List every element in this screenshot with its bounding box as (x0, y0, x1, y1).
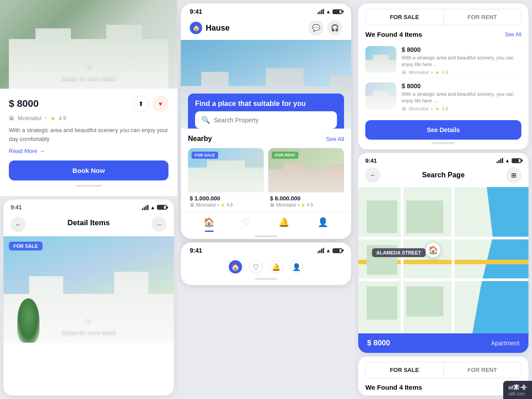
rt-house-2 (365, 89, 396, 109)
tab-row-2: FOR SALE FOR RENT (365, 362, 521, 378)
detail-title: Detail Items (60, 217, 117, 232)
filter-button[interactable]: ⊞ (506, 168, 521, 183)
nav-heart[interactable]: ♡ (243, 217, 250, 227)
found-count: We Found 4 Items (365, 31, 422, 38)
for-rent-tab-2[interactable]: FOR RENT (444, 362, 521, 378)
road-v-2 (452, 187, 454, 353)
read-more-link[interactable]: Read More → (9, 148, 168, 154)
tree-decoration (17, 298, 39, 343)
dot-r1: • (431, 70, 433, 75)
battery-map (512, 158, 521, 163)
map-block-5 (406, 286, 443, 316)
app-header: 🏠 Hause 💬 🎧 (181, 18, 351, 40)
for-sale-tab-2[interactable]: FOR SALE (366, 362, 444, 378)
result2-rating: 4.9 (442, 106, 448, 111)
card1-style: Minimalist (196, 203, 215, 207)
bottom-nav: 🏠 ♡ 🔔 👤 (181, 212, 351, 233)
dot-2: • (297, 203, 299, 207)
favorite-button[interactable]: ♥ (153, 96, 168, 112)
second-nav-heart[interactable]: ♡ (249, 260, 262, 274)
second-nav-bell[interactable]: 🔔 (270, 260, 283, 274)
result2-meta: 🏛 Minimalist • ★ 4.9 (402, 106, 521, 111)
for-sale-tab[interactable]: FOR SALE (366, 9, 444, 25)
nearby-grid: FOR SALE $ 1.000.000 🏛 Minimalist • ★ 4.… (188, 148, 344, 207)
second-phone-nav-icons: 🏠 ♡ 🔔 👤 (181, 257, 351, 275)
map-status-bar: 9:41 ▲ (358, 153, 528, 166)
card2-price: $ 8.000.000 (270, 195, 342, 202)
book-now-button[interactable]: Book Now (9, 160, 168, 180)
search-icon: 🔍 (201, 116, 210, 124)
star-icon-r1: ★ (435, 70, 439, 75)
map-pin[interactable]: 🏠 (425, 242, 441, 258)
nearby-header: Nearby See All (188, 135, 344, 143)
second-scroll-bar (255, 278, 277, 280)
second-phone: 9:41 ▲ 🏠 ♡ 🔔 👤 (181, 243, 351, 285)
result-info-2: $ 8000 With a strategic area and beautif… (402, 82, 521, 111)
share-button[interactable]: ⬆ (133, 96, 149, 112)
map-price-overlay[interactable]: $ 8000 Apartment (358, 333, 528, 353)
card2-meta: 🏛 Minimalist • ★ 4.9 (270, 203, 342, 207)
app-name: Hause (206, 23, 230, 33)
nearby-title: Nearby (188, 135, 212, 143)
nav-home[interactable]: 🏠 (203, 217, 215, 227)
results-scroll-bar (432, 142, 454, 144)
right-column: FOR SALE FOR RENT We Found 4 Items See A… (355, 0, 532, 399)
result-item-2[interactable]: $ 8000 With a strategic area and beautif… (358, 79, 528, 115)
for-rent-tab[interactable]: FOR RENT (444, 9, 521, 25)
status-time: 9:41 (11, 204, 22, 211)
nearby-info-1: $ 1.000.000 🏛 Minimalist • ★ 4.9 (188, 192, 264, 207)
result1-meta: 🏛 Minimalist • ★ 4.9 (402, 70, 521, 75)
header-icons: 💬 🎧 (309, 20, 342, 35)
app-logo: 🏠 Hause (190, 22, 230, 34)
wifi-icon-main: ▲ (326, 9, 331, 14)
map-block-4 (367, 286, 397, 320)
nearby-card-1[interactable]: FOR SALE $ 1.000.000 🏛 Minimalist • ★ 4.… (188, 148, 264, 207)
chat-button[interactable]: 💬 (309, 20, 324, 35)
tab-row: FOR SALE FOR RENT (365, 9, 521, 25)
water-area (469, 187, 528, 353)
rt-house-1 (365, 53, 396, 73)
result2-style: Minimalist (409, 106, 428, 111)
road-h-1 (358, 237, 528, 239)
result1-desc: With a strategic area and beautiful scen… (402, 55, 521, 68)
detail-hero-image: FOR SALE ☞ Swipe for more detail (4, 236, 174, 343)
dot-separator: • (45, 115, 47, 121)
second-nav-home[interactable]: 🏠 (229, 260, 242, 274)
see-details-button[interactable]: See Details (365, 120, 521, 140)
star-icon: ★ (51, 115, 55, 121)
nav-user[interactable]: 👤 (317, 217, 329, 227)
nearby-image-2: FOR RENT (268, 148, 344, 192)
found-count-2: We Found 4 Items (365, 383, 422, 391)
price-row: $ 8000 ⬆ ♥ (9, 96, 168, 112)
headphone-button[interactable]: 🎧 (327, 20, 342, 35)
wifi-icon-2: ▲ (326, 248, 331, 253)
back-button[interactable]: ← (11, 217, 26, 232)
search-input-container[interactable]: 🔍 (195, 111, 337, 129)
map-back-button[interactable]: ← (365, 168, 380, 183)
logo-icon: 🏠 (190, 22, 202, 34)
search-title: Find a place that suitable for you (195, 100, 337, 108)
dot-r2: • (431, 106, 433, 111)
for-sale-badge: FOR SALE (9, 242, 43, 250)
result-item-1[interactable]: $ 8000 With a strategic area and beautif… (358, 43, 528, 78)
nearby-card-2[interactable]: FOR RENT $ 8.000.000 🏛 Minimalist • ★ 4.… (268, 148, 344, 207)
more-button[interactable]: ··· (152, 217, 167, 232)
see-all-results[interactable]: See All (505, 31, 521, 38)
signal-bars (317, 9, 324, 14)
map-nav: ← Search Page ⊞ (358, 166, 528, 187)
property-hero-image: ☞ Swipe for more detail (0, 0, 177, 89)
search-input[interactable] (214, 117, 331, 124)
see-all-link[interactable]: See All (326, 136, 344, 142)
second-nav-user[interactable]: 👤 (290, 260, 303, 274)
card2-rating: 4.9 (307, 203, 313, 207)
building-icon-r2: 🏛 (402, 106, 406, 111)
second-status-time: 9:41 (190, 247, 202, 254)
result2-price: $ 8000 (402, 82, 521, 90)
bottom-scroll-bar (255, 235, 277, 237)
star-icon-2: ★ (301, 203, 305, 207)
middle-column: 9:41 ▲ 🏠 Hause 💬 🎧 (177, 0, 355, 399)
building-icon: 🏛 (9, 115, 14, 121)
nav-bell[interactable]: 🔔 (278, 217, 289, 227)
second-status-icons: ▲ (317, 248, 342, 253)
arrow-icon: → (39, 148, 45, 154)
